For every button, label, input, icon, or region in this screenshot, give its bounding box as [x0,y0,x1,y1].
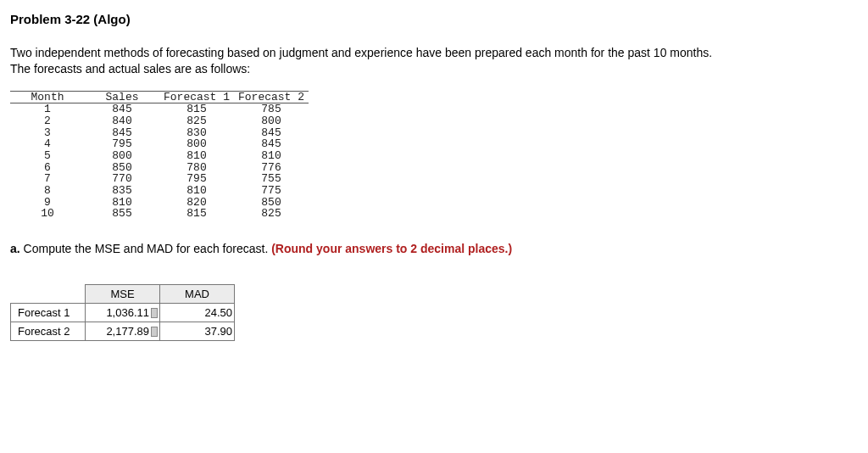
col-sales: Sales [85,91,159,103]
question-letter: a. [10,242,20,255]
question-a: a. Compute the MSE and MAD for each fore… [10,242,858,255]
cell-flag-icon [151,327,158,337]
forecast1-mse-input[interactable]: 1,036.11 [86,303,160,322]
blank-cell [11,284,86,303]
forecast1-mad-input[interactable]: 24.50 [160,303,235,322]
table-row: 8835810775 [10,185,309,197]
forecast2-mad-input[interactable]: 37.90 [160,322,235,340]
question-hint: (Round your answers to 2 decimal places.… [271,242,512,255]
forecast2-mse-input[interactable]: 2,177.89 [86,322,160,340]
answer-table: MSE MAD Forecast 1 1,036.11 24.50 Foreca… [10,284,235,341]
table-row: 1845815785 [10,103,309,115]
table-row: 2840825800 [10,115,309,127]
row-forecast1-label: Forecast 1 [11,303,86,322]
cell-flag-icon [151,308,158,318]
table-row: 9810820850 [10,197,309,209]
intro-line-1: Two independent methods of forecasting b… [10,46,712,59]
col-forecast2: Forecast 2 [234,91,309,103]
col-mse: MSE [86,284,160,303]
problem-intro: Two independent methods of forecasting b… [10,45,858,77]
question-text: Compute the MSE and MAD for each forecas… [24,242,269,255]
intro-line-2: The forecasts and actual sales are as fo… [10,62,250,76]
table-row: 3845830845 [10,127,309,139]
table-row: 7770795755 [10,173,309,185]
col-month: Month [10,91,85,103]
row-forecast2-label: Forecast 2 [11,322,86,340]
problem-title: Problem 3-22 (Algo) [10,12,858,26]
col-mad: MAD [160,284,235,303]
table-row: 5800810810 [10,150,309,162]
table-row: 6850780776 [10,162,309,174]
data-table: Month Sales Forecast 1 Forecast 2 184581… [10,91,309,220]
table-row: 4795800845 [10,138,309,150]
col-forecast1: Forecast 1 [159,91,234,103]
table-row: 10855815825 [10,208,309,220]
